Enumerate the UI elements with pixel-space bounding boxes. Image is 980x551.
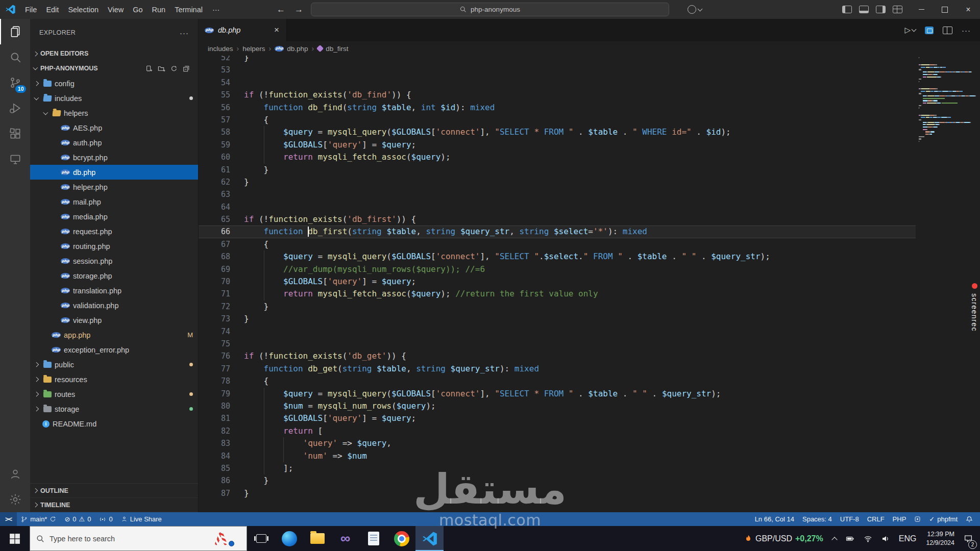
code-line-86[interactable]: 86 }: [199, 474, 920, 487]
code-line-69[interactable]: 69 //var_dump(mysqli_num_rows($query)); …: [199, 263, 920, 276]
tree-item-translation-php[interactable]: translation.php: [30, 283, 198, 298]
source-control-activity-button[interactable]: 10: [0, 70, 30, 95]
line-number[interactable]: 70: [199, 276, 244, 288]
taskbar-app-chrome[interactable]: [387, 526, 415, 551]
tree-item-config[interactable]: config: [30, 76, 198, 91]
language-mode[interactable]: PHP: [889, 512, 911, 526]
tab-close-icon[interactable]: ×: [273, 25, 280, 35]
line-number[interactable]: 81: [199, 412, 244, 424]
tree-item-public[interactable]: public: [30, 357, 198, 372]
code-line-81[interactable]: 81 $GLOBALS['query'] = $query;: [199, 412, 920, 424]
customize-layout-icon[interactable]: [893, 6, 902, 13]
tree-item-resources[interactable]: resources: [30, 372, 198, 387]
formatter-indicator[interactable]: ✓ phpfmt: [925, 512, 962, 526]
line-number[interactable]: 59: [199, 139, 244, 151]
line-number[interactable]: 53: [199, 64, 244, 76]
menu-view[interactable]: View: [103, 4, 128, 15]
taskbar-app-notepad[interactable]: [359, 526, 387, 551]
line-number[interactable]: 82: [199, 425, 244, 437]
code-line-71[interactable]: 71 return mysqli_fetch_assoc($query); //…: [199, 288, 920, 300]
notifications-bell[interactable]: [962, 512, 977, 526]
taskbar-search[interactable]: Type here to search: [30, 526, 247, 551]
code-line-75[interactable]: 75: [199, 338, 920, 350]
toggle-sidebar-icon[interactable]: [842, 6, 852, 13]
menu-terminal[interactable]: Terminal: [170, 4, 207, 15]
eol-indicator[interactable]: CRLF: [863, 512, 889, 526]
menu-file[interactable]: File: [20, 4, 41, 15]
line-number[interactable]: 74: [199, 325, 244, 338]
open-preview-icon[interactable]: [925, 27, 934, 34]
ports-indicator[interactable]: 0: [95, 512, 116, 526]
network-indicator[interactable]: [859, 526, 877, 551]
code-line-56[interactable]: 56 function db_find(string $table, int $…: [199, 102, 920, 114]
menu-edit[interactable]: Edit: [41, 4, 63, 15]
line-number[interactable]: 66: [199, 226, 244, 238]
code-line-62[interactable]: 62}: [199, 176, 920, 188]
outline-section[interactable]: OUTLINE: [30, 484, 198, 498]
line-number[interactable]: 80: [199, 400, 244, 412]
line-number[interactable]: 77: [199, 363, 244, 375]
timeline-section[interactable]: TIMELINE: [30, 498, 198, 512]
problems-indicator[interactable]: ⊘ 0 ⚠ 0: [60, 512, 95, 526]
line-number[interactable]: 57: [199, 114, 244, 126]
code-line-53[interactable]: 53: [199, 64, 920, 76]
code-line-68[interactable]: 68 $query = mysqli_query($GLOBALS['conne…: [199, 251, 920, 263]
forward-button[interactable]: →: [295, 5, 303, 15]
code-line-58[interactable]: 58 $query = mysqli_query($GLOBALS['conne…: [199, 126, 920, 138]
tree-item-validation-php[interactable]: validation.php: [30, 298, 198, 313]
run-button[interactable]: ▷: [904, 26, 916, 35]
accounts-button[interactable]: [0, 461, 30, 487]
line-number[interactable]: 65: [199, 213, 244, 226]
taskbar-app-vscode[interactable]: [415, 526, 444, 551]
line-number[interactable]: 55: [199, 89, 244, 101]
code-line-57[interactable]: 57 {: [199, 114, 920, 126]
tree-item-session-php[interactable]: session.php: [30, 254, 198, 268]
tree-item-bcrypt-php[interactable]: bcrypt.php: [30, 150, 198, 165]
code-line-83[interactable]: 83 'query' => $query,: [199, 437, 920, 449]
breadcrumb-includes[interactable]: includes: [208, 45, 233, 53]
line-number[interactable]: 75: [199, 338, 244, 350]
project-section[interactable]: PHP-ANONYMOUS: [30, 61, 198, 76]
line-number[interactable]: 62: [199, 176, 244, 188]
code-editor[interactable]: 52}535455if (!function_exists('db_find')…: [199, 56, 980, 512]
extensions-activity-button[interactable]: [0, 121, 30, 146]
task-view-button[interactable]: [247, 526, 275, 551]
indentation-indicator[interactable]: Spaces: 4: [798, 512, 836, 526]
tree-item-includes[interactable]: includes: [30, 91, 198, 106]
line-number[interactable]: 68: [199, 251, 244, 263]
tree-item-exception-error-php[interactable]: exception_error.php: [30, 342, 198, 357]
line-number[interactable]: 60: [199, 151, 244, 163]
tree-item-routes[interactable]: routes: [30, 387, 198, 402]
taskbar-app-edge[interactable]: [275, 526, 303, 551]
tree-item-view-php[interactable]: view.php: [30, 313, 198, 328]
line-number[interactable]: 71: [199, 288, 244, 300]
collapse-all-icon[interactable]: [183, 65, 190, 72]
command-center-search[interactable]: php-anonymous: [311, 3, 669, 16]
maximize-button[interactable]: [933, 0, 957, 19]
breadcrumb-db-php[interactable]: db.php: [275, 45, 308, 53]
cursor-position[interactable]: Ln 66, Col 14: [751, 512, 798, 526]
line-number[interactable]: 56: [199, 102, 244, 114]
line-number[interactable]: 78: [199, 375, 244, 387]
tree-item-readme-md[interactable]: README.md: [30, 416, 198, 431]
encoding-indicator[interactable]: UTF-8: [836, 512, 863, 526]
split-editor-icon[interactable]: [943, 27, 952, 34]
menu-selection[interactable]: Selection: [63, 4, 103, 15]
line-number[interactable]: 76: [199, 350, 244, 362]
line-number[interactable]: 73: [199, 313, 244, 325]
back-button[interactable]: ←: [277, 5, 285, 15]
code-line-76[interactable]: 76if (!function_exists('db_get')) {: [199, 350, 920, 362]
line-number[interactable]: 64: [199, 201, 244, 213]
line-number[interactable]: 86: [199, 474, 244, 487]
tree-item-storage-php[interactable]: storage.php: [30, 268, 198, 283]
line-number[interactable]: 58: [199, 126, 244, 138]
code-line-85[interactable]: 85 ];: [199, 462, 920, 474]
input-language[interactable]: ENG: [894, 526, 921, 551]
code-line-72[interactable]: 72 }: [199, 300, 920, 313]
code-line-77[interactable]: 77 function db_get(string $table, string…: [199, 363, 920, 375]
breadcrumb-helpers[interactable]: helpers: [242, 45, 265, 53]
explorer-activity-button[interactable]: [0, 19, 30, 44]
refresh-icon[interactable]: [170, 65, 178, 72]
line-number[interactable]: 87: [199, 487, 244, 499]
code-line-87[interactable]: 87}: [199, 487, 920, 499]
